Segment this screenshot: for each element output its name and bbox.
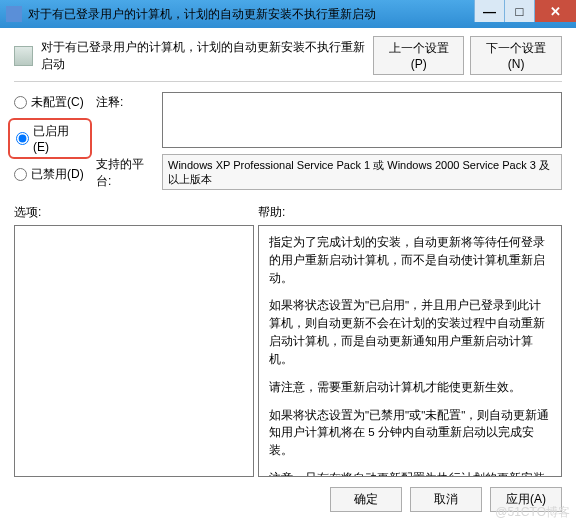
footer: 确定 取消 应用(A) bbox=[14, 487, 562, 512]
options-label: 选项: bbox=[14, 204, 258, 221]
ok-button[interactable]: 确定 bbox=[330, 487, 402, 512]
help-text: 指定为了完成计划的安装，自动更新将等待任何登录的用户重新启动计算机，而不是自动使… bbox=[269, 234, 551, 287]
radio-disabled-input[interactable] bbox=[14, 168, 27, 181]
apply-button[interactable]: 应用(A) bbox=[490, 487, 562, 512]
comment-label: 注释: bbox=[96, 92, 156, 148]
window-controls: — □ ✕ bbox=[474, 0, 576, 22]
prev-setting-button[interactable]: 上一个设置(P) bbox=[373, 36, 464, 75]
close-button[interactable]: ✕ bbox=[534, 0, 576, 22]
maximize-button[interactable]: □ bbox=[504, 0, 534, 22]
divider bbox=[14, 81, 562, 82]
comment-input[interactable] bbox=[162, 92, 562, 148]
next-setting-button[interactable]: 下一个设置(N) bbox=[470, 36, 562, 75]
help-label: 帮助: bbox=[258, 204, 285, 221]
minimize-button[interactable]: — bbox=[474, 0, 504, 22]
help-text: 注意：只有在将自动更新配置为执行计划的更新安装时，此策略才适用。如果禁用了"配置… bbox=[269, 470, 551, 477]
platform-label: 支持的平台: bbox=[96, 154, 156, 190]
radio-disabled-label: 已禁用(D) bbox=[31, 166, 84, 183]
window-title: 对于有已登录用户的计算机，计划的自动更新安装不执行重新启动 bbox=[28, 6, 376, 23]
radio-enabled-input[interactable] bbox=[16, 132, 29, 145]
state-radio-group: 未配置(C) 已启用(E) 已禁用(D) bbox=[14, 92, 86, 190]
policy-icon bbox=[14, 46, 33, 66]
radio-not-configured[interactable]: 未配置(C) bbox=[14, 94, 86, 111]
radio-enabled[interactable]: 已启用(E) bbox=[16, 123, 84, 154]
titlebar: 对于有已登录用户的计算机，计划的自动更新安装不执行重新启动 — □ ✕ bbox=[0, 0, 576, 28]
help-text: 如果将状态设置为"已禁用"或"未配置"，则自动更新通知用户计算机将在 5 分钟内… bbox=[269, 407, 551, 460]
header-row: 对于有已登录用户的计算机，计划的自动更新安装不执行重新启动 上一个设置(P) 下… bbox=[14, 36, 562, 75]
help-text: 如果将状态设置为"已启用"，并且用户已登录到此计算机，则自动更新不会在计划的安装… bbox=[269, 297, 551, 368]
radio-not-configured-input[interactable] bbox=[14, 96, 27, 109]
help-panel[interactable]: 指定为了完成计划的安装，自动更新将等待任何登录的用户重新启动计算机，而不是自动使… bbox=[258, 225, 562, 477]
radio-enabled-label: 已启用(E) bbox=[33, 123, 84, 154]
options-panel bbox=[14, 225, 254, 477]
policy-title: 对于有已登录用户的计算机，计划的自动更新安装不执行重新启动 bbox=[41, 39, 365, 73]
cancel-button[interactable]: 取消 bbox=[410, 487, 482, 512]
radio-not-configured-label: 未配置(C) bbox=[31, 94, 84, 111]
radio-disabled[interactable]: 已禁用(D) bbox=[14, 166, 86, 183]
platform-text: Windows XP Professional Service Pack 1 或… bbox=[162, 154, 562, 190]
help-text: 请注意，需要重新启动计算机才能使更新生效。 bbox=[269, 379, 551, 397]
app-icon bbox=[6, 6, 22, 22]
